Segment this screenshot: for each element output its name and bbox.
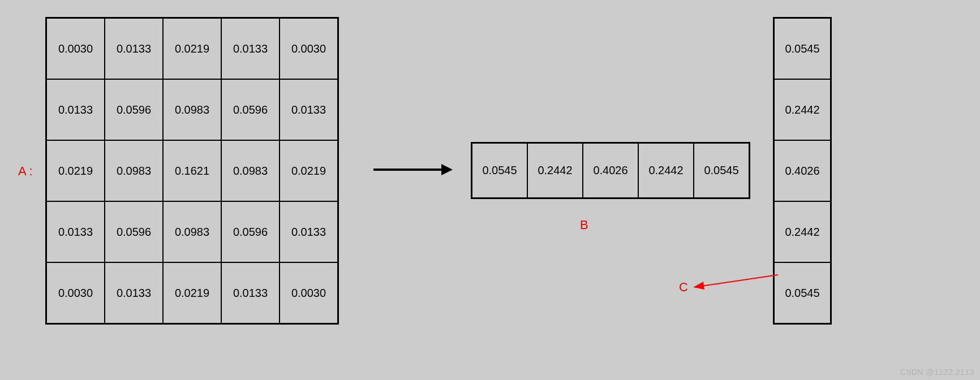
label-a: A : <box>18 164 33 179</box>
matrix-a-cell: 0.0596 <box>105 79 163 140</box>
watermark: CSDN @1222.2113 <box>900 368 974 377</box>
matrix-a-cell: 0.0219 <box>163 18 221 79</box>
matrix-a-cell: 0.0983 <box>105 140 163 201</box>
matrix-a-cell: 0.0030 <box>280 18 338 79</box>
matrix-a: 0.0030 0.0133 0.0219 0.0133 0.0030 0.013… <box>45 17 339 325</box>
matrix-a-cell: 0.0219 <box>163 262 221 323</box>
matrix-a-cell: 0.0030 <box>46 18 105 79</box>
vector-b-cell: 0.2442 <box>527 143 583 198</box>
diagram-canvas: A : 0.0030 0.0133 0.0219 0.0133 0.0030 0… <box>0 0 980 380</box>
matrix-a-cell: 0.0030 <box>280 262 338 323</box>
matrix-a-cell: 0.0219 <box>46 140 105 201</box>
matrix-a-cell: 0.0596 <box>105 201 163 262</box>
label-b: B <box>580 218 588 232</box>
matrix-a-cell: 0.0133 <box>46 79 105 140</box>
matrix-a-cell: 0.0596 <box>221 201 280 262</box>
vector-c-cell: 0.2442 <box>774 79 831 140</box>
vector-c-cell: 0.4026 <box>774 140 831 201</box>
vector-c-cell: 0.0545 <box>774 18 831 79</box>
label-c: C <box>679 280 688 295</box>
vector-b-cell: 0.0545 <box>694 143 749 198</box>
vector-c-cell: 0.0545 <box>774 262 831 323</box>
matrix-a-cell: 0.0983 <box>163 79 221 140</box>
matrix-a-cell: 0.0133 <box>280 79 338 140</box>
matrix-a-cell: 0.0133 <box>221 18 280 79</box>
matrix-a-cell: 0.0983 <box>163 201 221 262</box>
matrix-a-cell: 0.0030 <box>46 262 105 323</box>
arrow-left-red-icon <box>693 271 779 294</box>
vector-b-cell: 0.2442 <box>638 143 694 198</box>
arrow-right-icon <box>373 164 453 175</box>
matrix-a-cell: 0.0133 <box>221 262 280 323</box>
svg-marker-1 <box>693 282 704 290</box>
vector-c-cell: 0.2442 <box>774 201 831 262</box>
vector-b: 0.0545 0.2442 0.4026 0.2442 0.0545 <box>471 142 750 199</box>
vector-b-cell: 0.0545 <box>472 143 527 198</box>
svg-line-0 <box>701 275 778 286</box>
matrix-a-cell: 0.0983 <box>221 140 280 201</box>
vector-b-cell: 0.4026 <box>583 143 638 198</box>
matrix-a-cell: 0.0219 <box>280 140 338 201</box>
matrix-a-cell: 0.0133 <box>280 201 338 262</box>
matrix-a-cell: 0.0133 <box>105 262 163 323</box>
matrix-a-cell: 0.0133 <box>46 201 105 262</box>
matrix-a-cell: 0.1621 <box>163 140 221 201</box>
vector-c: 0.0545 0.2442 0.4026 0.2442 0.0545 <box>773 17 832 325</box>
matrix-a-cell: 0.0133 <box>105 18 163 79</box>
matrix-a-cell: 0.0596 <box>221 79 280 140</box>
